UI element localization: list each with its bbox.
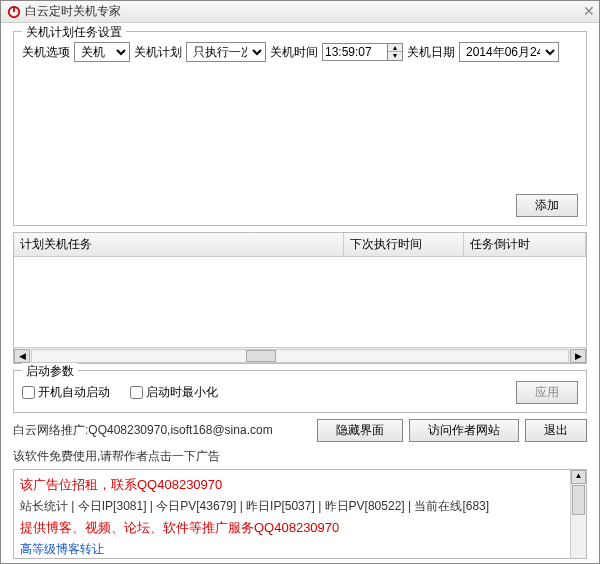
- launch-params-group: 启动参数 开机自动启动 启动时最小化 应用: [13, 370, 587, 413]
- scroll-up-icon[interactable]: ▲: [571, 470, 586, 484]
- shutdown-date-select[interactable]: 2014年06月24日: [459, 42, 559, 62]
- shutdown-option-select[interactable]: 关机: [74, 42, 130, 62]
- time-spinner[interactable]: ▲▼: [388, 43, 403, 61]
- exit-button[interactable]: 退出: [525, 419, 587, 442]
- shutdown-option-label: 关机选项: [22, 44, 70, 61]
- task-settings-body: [22, 70, 578, 190]
- visit-author-button[interactable]: 访问作者网站: [409, 419, 519, 442]
- scroll-left-icon[interactable]: ◀: [14, 349, 30, 363]
- titlebar: 白云定时关机专家 ✕: [1, 1, 599, 23]
- launch-params-legend: 启动参数: [22, 363, 78, 380]
- ad-vertical-scrollbar[interactable]: ▲: [570, 470, 586, 558]
- scroll-thumb[interactable]: [246, 350, 276, 362]
- spinner-up-icon[interactable]: ▲: [388, 44, 402, 52]
- scroll-right-icon[interactable]: ▶: [570, 349, 586, 363]
- table-body: [14, 257, 586, 347]
- ad-blog-link[interactable]: 高等级博客转让: [20, 541, 580, 558]
- auto-start-checkbox[interactable]: [22, 386, 35, 399]
- col-next-time[interactable]: 下次执行时间: [344, 233, 464, 256]
- ad-box: 该广告位招租，联系QQ408230970 站长统计 | 今日IP[3081] |…: [13, 469, 587, 559]
- shutdown-date-label: 关机日期: [407, 44, 455, 61]
- table-header: 计划关机任务 下次执行时间 任务倒计时: [14, 233, 586, 257]
- task-settings-group: 关机计划任务设置 关机选项 关机 关机计划 只执行一次 关机时间 ▲▼ 关机日期…: [13, 31, 587, 226]
- ad-stats-text: 站长统计 | 今日IP[3081] | 今日PV[43679] | 昨日IP[5…: [20, 498, 580, 515]
- close-icon[interactable]: ✕: [583, 3, 595, 19]
- task-settings-legend: 关机计划任务设置: [22, 24, 126, 41]
- horizontal-scrollbar[interactable]: ◀ ▶: [14, 347, 586, 363]
- ad-rent-text: 该广告位招租，联系QQ408230970: [20, 476, 580, 494]
- window-title: 白云定时关机专家: [25, 3, 593, 20]
- shutdown-time-input[interactable]: [322, 43, 388, 61]
- shutdown-time-label: 关机时间: [270, 44, 318, 61]
- ad-scroll-thumb[interactable]: [572, 485, 585, 515]
- add-button[interactable]: 添加: [516, 194, 578, 217]
- hide-ui-button[interactable]: 隐藏界面: [317, 419, 403, 442]
- scroll-track[interactable]: [31, 349, 569, 363]
- shutdown-plan-select[interactable]: 只执行一次: [186, 42, 266, 62]
- auto-start-label: 开机自动启动: [38, 384, 110, 401]
- promo-text: 白云网络推广:QQ408230970,isoft168@sina.com: [13, 422, 311, 439]
- shutdown-plan-label: 关机计划: [134, 44, 182, 61]
- minimize-checkbox[interactable]: [130, 386, 143, 399]
- apply-button[interactable]: 应用: [516, 381, 578, 404]
- col-countdown[interactable]: 任务倒计时: [464, 233, 586, 256]
- spinner-down-icon[interactable]: ▼: [388, 52, 402, 60]
- app-icon: [7, 5, 21, 19]
- col-task[interactable]: 计划关机任务: [14, 233, 344, 256]
- minimize-label: 启动时最小化: [146, 384, 218, 401]
- free-use-prompt: 该软件免费使用,请帮作者点击一下广告: [13, 448, 587, 465]
- ad-service-text: 提供博客、视频、论坛、软件等推广服务QQ408230970: [20, 519, 580, 537]
- task-table: 计划关机任务 下次执行时间 任务倒计时 ◀ ▶: [13, 232, 587, 364]
